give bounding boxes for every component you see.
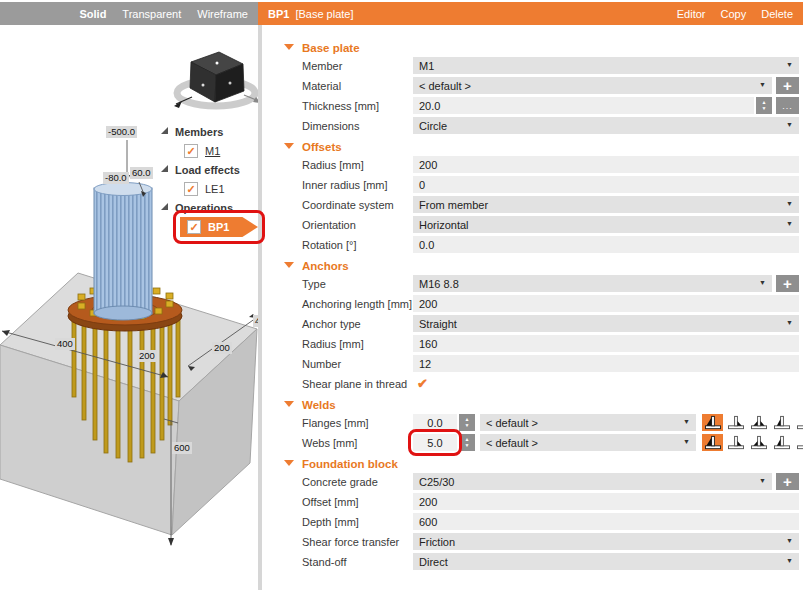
inner-radius-input[interactable]: 0 [413, 176, 799, 193]
tree-group-operations[interactable]: Operations [158, 198, 258, 217]
checkbox-bp1[interactable]: ✓ [187, 220, 201, 234]
radius-input[interactable]: 200 [413, 156, 799, 173]
editor-button[interactable]: Editor [677, 8, 706, 20]
number-input[interactable]: 12 [413, 355, 799, 372]
view-mode-solid[interactable]: Solid [79, 8, 106, 20]
chevron-down-icon: ▼ [786, 121, 793, 128]
tree-item-label: BP1 [208, 221, 229, 233]
butt-weld-icon[interactable] [794, 414, 803, 431]
thickness-stepper[interactable]: ▲▼ [756, 97, 772, 114]
section-header-anchors[interactable]: Anchors [263, 258, 799, 273]
tree-item-bp1[interactable]: ✓BP1 [180, 217, 258, 237]
navigation-cube[interactable] [170, 45, 258, 115]
section-header-base-plate[interactable]: Base plate [263, 40, 799, 55]
spin-down-icon[interactable]: ▼ [762, 106, 767, 111]
chevron-down-icon: ▼ [786, 220, 793, 227]
collapse-triangle-icon[interactable] [284, 262, 294, 268]
fillet-weld-icon[interactable] [702, 414, 723, 431]
tree-group-members[interactable]: Members [158, 122, 258, 141]
thickness-input[interactable]: 20.0 [413, 97, 754, 114]
material-add-button[interactable]: + [776, 77, 799, 94]
thickness-more-button[interactable]: ... [776, 97, 799, 114]
fillet-weld-opposite-side-icon[interactable] [725, 434, 746, 451]
radius-input[interactable]: 160 [413, 335, 799, 352]
collapse-triangle-icon[interactable] [284, 44, 294, 50]
view-mode-wireframe[interactable]: Wireframe [197, 8, 248, 20]
dropdown-value: Direct [413, 556, 448, 568]
input-value: 5.0 [427, 437, 442, 449]
section-header-foundation-block[interactable]: Foundation block [263, 456, 799, 471]
flanges-material-dropdown[interactable]: < default >▼ [480, 414, 696, 431]
collapse-triangle-icon[interactable] [284, 460, 294, 466]
delete-button[interactable]: Delete [761, 8, 793, 20]
shear-plane-in-thread-checkbox[interactable]: ✔ [413, 376, 428, 391]
webs-value-input[interactable]: 5.0 [413, 434, 457, 451]
dimensions-dropdown[interactable]: Circle▼ [413, 117, 799, 134]
fillet-weld-opposite-side-icon[interactable] [725, 414, 746, 431]
bevel-weld-icon[interactable] [771, 414, 792, 431]
dimension-label: 600 [172, 442, 192, 454]
collapse-triangle-icon[interactable] [284, 401, 294, 407]
anchor-type-dropdown[interactable]: Straight▼ [413, 315, 799, 332]
spin-down-icon[interactable]: ▼ [465, 443, 470, 448]
shear-force-transfer-dropdown[interactable]: Friction▼ [413, 533, 799, 550]
input-value: 20.0 [413, 100, 440, 112]
section-header-welds[interactable]: Welds [263, 397, 799, 412]
dimension-label: 400 [55, 338, 75, 350]
expander-icon[interactable] [161, 203, 168, 210]
rotation-input[interactable]: 0.0 [413, 236, 799, 253]
orientation-dropdown[interactable]: Horizontal▼ [413, 216, 799, 233]
tree-group-label: Load effects [175, 164, 240, 176]
section-title: Welds [302, 399, 336, 411]
tree-item-m1[interactable]: ✓M1 [158, 141, 258, 160]
field-label: Depth [mm] [302, 516, 413, 528]
properties-panel: Base plateMemberM1▼Material< default >▼+… [263, 25, 803, 613]
input-value: 200 [413, 496, 437, 508]
panel-divider[interactable] [258, 25, 262, 590]
type-add-button[interactable]: + [776, 275, 799, 292]
tree-group-load-effects[interactable]: Load effects [158, 160, 258, 179]
field-label: Orientation [302, 219, 413, 231]
row-number: Number12 [263, 355, 799, 372]
webs-stepper[interactable]: ▲▼ [459, 434, 475, 451]
member-dropdown[interactable]: M1▼ [413, 57, 799, 74]
view-mode-transparent[interactable]: Transparent [122, 8, 181, 20]
depth-input[interactable]: 600 [413, 513, 799, 530]
concrete-grade-dropdown[interactable]: C25/30▼ [413, 473, 772, 490]
section-title: Base plate [302, 42, 360, 54]
field-label: Thickness [mm] [302, 100, 413, 112]
expander-icon[interactable] [161, 165, 168, 172]
fillet-weld-both-sides-icon[interactable] [748, 414, 769, 431]
flanges-stepper[interactable]: ▲▼ [459, 414, 475, 431]
3d-viewport[interactable]: -500.0-80.060.04002002004600 Members✓M1L… [0, 25, 258, 590]
type-dropdown[interactable]: M16 8.8▼ [413, 275, 772, 292]
chevron-down-icon: ▼ [786, 537, 793, 544]
field-label: Number [302, 358, 413, 370]
tree-group-label: Members [175, 126, 223, 138]
checkbox-le1[interactable]: ✓ [184, 182, 198, 196]
fillet-weld-icon[interactable] [702, 434, 723, 451]
offset-input[interactable]: 200 [413, 493, 799, 510]
webs-material-dropdown[interactable]: < default >▼ [480, 434, 696, 451]
flanges-value-input[interactable]: 0.0 [413, 414, 457, 431]
tree-item-le1[interactable]: ✓LE1 [158, 179, 258, 198]
concrete-grade-add-button[interactable]: + [776, 473, 799, 490]
fillet-weld-both-sides-icon[interactable] [748, 434, 769, 451]
dropdown-value: M1 [413, 60, 434, 72]
row-orientation: OrientationHorizontal▼ [263, 216, 799, 233]
bevel-weld-icon[interactable] [771, 434, 792, 451]
input-value: 200 [413, 159, 437, 171]
copy-button[interactable]: Copy [721, 8, 747, 20]
section-header-offsets[interactable]: Offsets [263, 139, 799, 154]
material-dropdown[interactable]: < default >▼ [413, 77, 772, 94]
collapse-triangle-icon[interactable] [284, 143, 294, 149]
chevron-down-icon: ▼ [683, 438, 690, 445]
stand-off-dropdown[interactable]: Direct▼ [413, 553, 799, 570]
anchoring-length-input[interactable]: 200 [413, 295, 799, 312]
spin-down-icon[interactable]: ▼ [465, 423, 470, 428]
butt-weld-icon[interactable] [794, 434, 803, 451]
dropdown-value: Straight [413, 318, 457, 330]
expander-icon[interactable] [161, 127, 168, 134]
checkbox-m1[interactable]: ✓ [184, 144, 198, 158]
coordinate-system-dropdown[interactable]: From member▼ [413, 196, 799, 213]
